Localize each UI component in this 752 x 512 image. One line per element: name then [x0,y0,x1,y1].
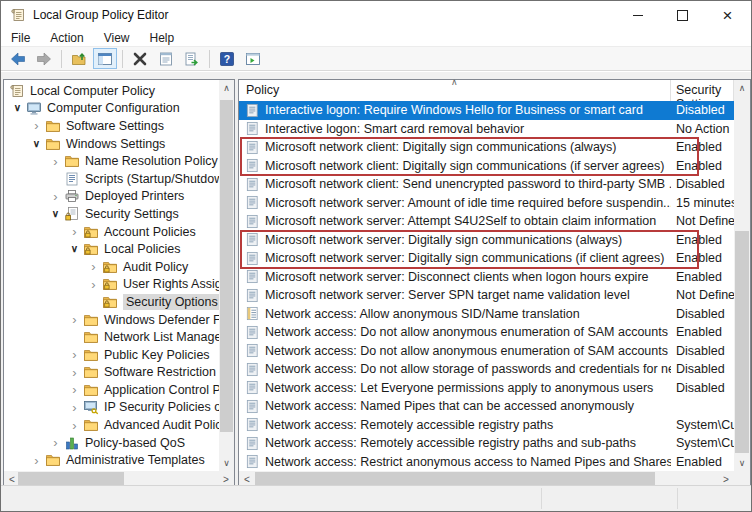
chevron-down-icon[interactable]: ∨ [47,209,64,219]
scroll-down-arrow-icon[interactable]: ∨ [219,455,234,471]
chevron-right-icon[interactable]: › [66,419,83,432]
table-doc-icon [245,306,260,321]
chevron-right-icon[interactable]: › [47,155,64,168]
tree-item-public-key-policies[interactable]: ›Public Key Policies [5,346,219,364]
chevron-right-icon[interactable]: › [85,278,102,291]
back-button[interactable] [6,48,30,69]
forward-button[interactable] [32,48,56,69]
tree-item-account-policies[interactable]: ›Account Policies [5,223,219,241]
chevron-down-icon[interactable]: ∨ [9,103,26,113]
chevron-right-icon[interactable]: › [66,401,83,414]
tree-item-user-rights-assignment[interactable]: ›User Rights Assignment [5,276,219,294]
policy-row-network-access-remotely-accessible-registry-paths[interactable]: Network access: Remotely accessible regi… [239,416,734,435]
menu-file[interactable]: File [1,29,40,46]
tree-item-application-control-policies[interactable]: ›Application Control Policies [5,381,219,399]
scrollbar-thumb[interactable] [255,472,655,486]
policy-row-network-access-do-not-allow-anonymous-enumeration-[interactable]: Network access: Do not allow anonymous e… [239,323,734,342]
tree-item-network-list-manager-policies[interactable]: Network List Manager Policies [5,328,219,346]
policy-row-network-access-let-everyone-permissions-apply-to-a[interactable]: Network access: Let Everyone permissions… [239,379,734,398]
tree-item-windows-defender-firewall-with-advanced-security[interactable]: ›Windows Defender Firewall with Advanced… [5,311,219,329]
policy-row-microsoft-network-client-digitally-sign-communicat[interactable]: Microsoft network client: Digitally sign… [239,138,734,157]
tree-item-local-policies[interactable]: ∨Local Policies [5,240,219,258]
tree-item-audit-policy[interactable]: ›Audit Policy [5,258,219,276]
tree-item-label: Administrative Templates [66,453,205,467]
chevron-right-icon[interactable]: › [47,190,64,203]
chevron-right-icon[interactable]: › [28,119,45,132]
tree-item-security-settings[interactable]: ∨Security Settings [5,205,219,223]
export-list-button[interactable] [180,48,204,69]
tree-item-administrative-templates[interactable]: ›Administrative Templates [5,451,219,469]
tree-item-scripts-startup-shutdown[interactable]: Scripts (Startup/Shutdown) [5,170,219,188]
new-window-button[interactable] [241,48,265,69]
list-vertical-scrollbar[interactable]: ∧ ∨ [734,80,750,471]
policy-doc-icon [245,362,260,377]
chevron-right-icon[interactable]: › [66,225,83,238]
policy-row-microsoft-network-client-digitally-sign-communicat[interactable]: Microsoft network client: Digitally sign… [239,157,734,176]
minimize-button[interactable] [615,2,660,29]
menu-help[interactable]: Help [140,29,185,46]
folder-icon [83,312,99,328]
security-setting-value: Not Defined [671,214,734,228]
menu-view[interactable]: View [94,29,140,46]
policy-row-network-access-allow-anonymous-sid-name-translatio[interactable]: Network access: Allow anonymous SID/Name… [239,305,734,324]
tree-item-security-options[interactable]: Security Options [5,293,219,311]
chevron-right-icon[interactable]: › [28,454,45,467]
policy-row-network-access-remotely-accessible-registry-paths-[interactable]: Network access: Remotely accessible regi… [239,434,734,453]
policy-row-network-access-restrict-anonymous-access-to-named-[interactable]: Network access: Restrict anonymous acces… [239,453,734,472]
scroll-down-arrow-icon[interactable]: ∨ [734,455,750,471]
scrollbar-thumb[interactable] [18,472,124,486]
chevron-right-icon[interactable]: › [66,383,83,396]
maximize-button[interactable] [660,2,705,29]
chevron-right-icon[interactable]: › [66,366,83,379]
column-header-security-setting[interactable]: Security Setting [671,80,734,101]
tree-item-policy-based-qos[interactable]: ›Policy-based QoS [5,434,219,452]
close-button[interactable]: × [705,2,750,29]
policy-row-microsoft-network-server-server-spn-target-name-va[interactable]: Microsoft network server: Server SPN tar… [239,286,734,305]
policy-row-microsoft-network-server-digitally-sign-communicat[interactable]: Microsoft network server: Digitally sign… [239,231,734,250]
properties-button[interactable] [154,48,178,69]
menu-action[interactable]: Action [40,29,93,46]
policy-row-interactive-logon-require-windows-hello-for-busine[interactable]: Interactive logon: Require Windows Hello… [239,101,734,120]
tree-item-windows-settings[interactable]: ∨Windows Settings [5,135,219,153]
chevron-right-icon[interactable]: › [66,348,83,361]
policy-row-microsoft-network-server-attempt-s4u2self-to-obtai[interactable]: Microsoft network server: Attempt S4U2Se… [239,212,734,231]
folder-lock-icon [102,276,118,292]
tree-item-ip-security-policies-on-local-computer[interactable]: ›IP Security Policies on Local Computer [5,399,219,417]
policy-row-microsoft-network-client-send-unencrypted-password[interactable]: Microsoft network client: Send unencrypt… [239,175,734,194]
tree-item-name-resolution-policy[interactable]: ›Name Resolution Policy [5,152,219,170]
scroll-up-arrow-icon[interactable]: ∧ [734,80,750,96]
scrollbar-thumb[interactable] [735,231,749,453]
tree-item-label: Application Control Policies [104,383,219,397]
maximize-icon [677,10,688,21]
tree-vertical-scrollbar[interactable]: ∧ ∨ [219,80,234,471]
title-bar: Local Group Policy Editor × [1,1,751,29]
policy-row-network-access-named-pipes-that-can-be-accessed-an[interactable]: Network access: Named Pipes that can be … [239,397,734,416]
chevron-right-icon[interactable]: › [66,313,83,326]
tree-item-deployed-printers[interactable]: ›Deployed Printers [5,188,219,206]
policy-row-microsoft-network-server-amount-of-idle-time-requi[interactable]: Microsoft network server: Amount of idle… [239,194,734,213]
chevron-down-icon[interactable]: ∨ [66,244,83,254]
delete-button[interactable] [128,48,152,69]
tree-item-label: Local Computer Policy [30,84,155,98]
tree-item-software-restriction-policies[interactable]: ›Software Restriction Policies [5,364,219,382]
up-one-level-button[interactable] [67,48,91,69]
policy-row-interactive-logon-smart-card-removal-behavior[interactable]: Interactive logon: Smart card removal be… [239,120,734,139]
tree-item-software-settings[interactable]: ›Software Settings [5,117,219,135]
scroll-up-arrow-icon[interactable]: ∧ [219,80,234,96]
policy-row-network-access-do-not-allow-storage-of-passwords-a[interactable]: Network access: Do not allow storage of … [239,360,734,379]
tree-item-advanced-audit-policy-configuration[interactable]: ›Advanced Audit Policy Configuration [5,416,219,434]
chevron-right-icon[interactable]: › [47,436,64,449]
chevron-right-icon[interactable]: › [85,260,102,273]
policy-name: Microsoft network server: Digitally sign… [265,251,671,265]
policy-name: Microsoft network client: Send unencrypt… [265,177,671,191]
scrollbar-thumb[interactable] [220,100,233,432]
chevron-down-icon[interactable]: ∨ [28,139,45,149]
tree-item-computer-configuration[interactable]: ∨Computer Configuration [5,100,219,118]
tree-item-local-computer-policy[interactable]: Local Computer Policy [5,82,219,100]
policy-row-network-access-do-not-allow-anonymous-enumeration-[interactable]: Network access: Do not allow anonymous e… [239,342,734,361]
console-tree-panel: Local Computer Policy∨Computer Configura… [3,79,235,488]
show-console-tree-button[interactable] [93,48,117,69]
help-button[interactable]: ? [215,48,239,69]
policy-row-microsoft-network-server-digitally-sign-communicat[interactable]: Microsoft network server: Digitally sign… [239,249,734,268]
policy-row-microsoft-network-server-disconnect-clients-when-l[interactable]: Microsoft network server: Disconnect cli… [239,268,734,287]
